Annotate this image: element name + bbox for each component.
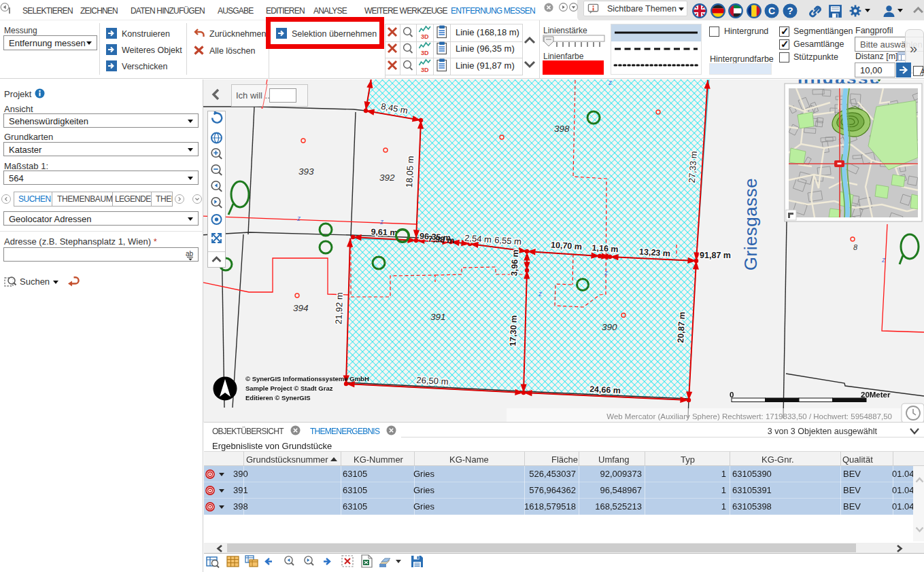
svg-text:z: z xyxy=(538,290,542,298)
svg-text:390: 390 xyxy=(602,322,617,332)
svg-text:7,98 m: 7,98 m xyxy=(428,234,455,246)
svg-text:Editieren © SynerGIS: Editieren © SynerGIS xyxy=(245,394,311,401)
svg-text:8: 8 xyxy=(853,243,858,251)
svg-text:z: z xyxy=(604,269,608,276)
svg-text:0: 0 xyxy=(730,391,734,399)
svg-text:394: 394 xyxy=(293,303,309,313)
svg-text:ab: ab xyxy=(186,250,194,257)
svg-text:Griesgasse: Griesgasse xyxy=(740,178,761,271)
svg-text:9,61 m: 9,61 m xyxy=(371,227,397,237)
svg-text:z: z xyxy=(296,215,301,222)
svg-text:Sample Project © Stadt Graz: Sample Project © Stadt Graz xyxy=(245,385,333,392)
svg-text:20Meter: 20Meter xyxy=(861,391,891,399)
svg-text:393: 393 xyxy=(298,166,314,177)
svg-text:21,92 m: 21,92 m xyxy=(333,292,345,324)
svg-text:391: 391 xyxy=(430,312,446,322)
svg-text:z: z xyxy=(881,256,885,264)
svg-text:Web Mercator (Auxiliary Sphere: Web Mercator (Auxiliary Sphere) Rechtswe… xyxy=(606,412,892,421)
svg-text:17,30 m: 17,30 m xyxy=(508,315,519,346)
svg-text:6,55 m: 6,55 m xyxy=(494,235,522,247)
svg-text:z: z xyxy=(379,218,383,226)
svg-text:18,05 m: 18,05 m xyxy=(404,156,415,188)
svg-text:398: 398 xyxy=(554,124,570,134)
svg-text:?: ? xyxy=(787,5,793,16)
svg-text:91,87 m: 91,87 m xyxy=(700,251,731,260)
svg-text:20,87 m: 20,87 m xyxy=(676,312,687,344)
svg-text:2,54 m: 2,54 m xyxy=(464,233,492,245)
svg-text:26,50 m: 26,50 m xyxy=(416,375,449,387)
svg-text:C: C xyxy=(768,5,775,16)
svg-text:392: 392 xyxy=(379,173,395,183)
svg-text:z: z xyxy=(608,79,612,86)
svg-text:3,96 m: 3,96 m xyxy=(509,249,520,276)
svg-text:1,16 m: 1,16 m xyxy=(592,243,619,255)
svg-text:© SynerGIS Informationssysteme: © SynerGIS Informationssysteme GmbH xyxy=(245,375,369,382)
svg-text:24,66 m: 24,66 m xyxy=(589,385,621,395)
svg-text:3D: 3D xyxy=(421,33,429,40)
